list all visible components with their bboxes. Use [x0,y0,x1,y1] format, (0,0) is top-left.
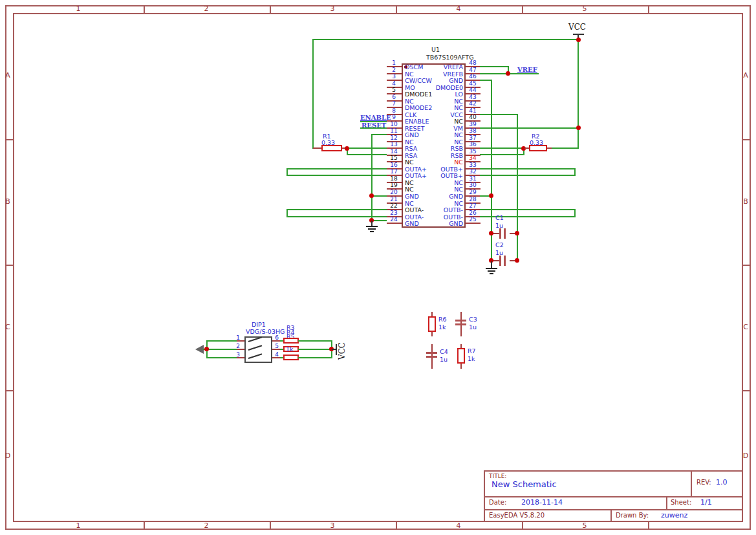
ic-pin-number: 44 [466,87,479,93]
sheet-value[interactable]: 1/1 [700,498,712,507]
wire-gnd20[interactable] [372,195,387,197]
ic-pin-number: 19 [387,182,400,188]
vcc-top-flag[interactable]: VCC [568,23,586,32]
frame-tick [5,390,13,391]
capacitor-c1[interactable] [499,228,501,239]
ic-pin-number: 6 [387,94,400,100]
frame-tick [522,522,523,530]
ic-pin-label: GND [414,221,463,227]
capacitor-c4[interactable] [426,352,437,354]
rev-value[interactable]: 1.0 [716,478,728,486]
gnd-symbol[interactable] [486,268,497,269]
wire-dip-row2-right[interactable] [298,349,332,350]
schematic-title[interactable]: New Schematic [491,480,557,488]
date-value[interactable]: 2018-11-14 [521,498,563,507]
dip-pin-number: 1 [234,334,242,341]
capacitor-c2[interactable] [499,256,501,266]
resistor-r7[interactable] [457,348,465,364]
ic-pin-number: 29 [466,189,479,195]
frame-tick [5,139,13,140]
wire-outb-plus2[interactable] [480,175,576,176]
dip-pin-number: 3 [234,351,242,358]
r2-value[interactable]: 0.33 [530,140,543,146]
software-version: EasyEDA V5.8.20 [489,512,545,519]
capacitor-c2[interactable] [504,256,506,266]
capacitor-c1[interactable] [504,228,506,239]
wire-outa-minus2[interactable] [287,216,387,217]
ic-pin-label: OUTB- [414,214,463,221]
wire-vcc-left-drop[interactable] [312,39,314,149]
r1-value[interactable]: 0.33 [321,140,335,146]
gnd-symbol[interactable] [366,226,378,227]
wire-outa-plus1[interactable] [287,168,387,169]
wire-outa-plus2[interactable] [287,175,387,176]
gnd-symbol [488,270,495,272]
ic-pin-label: VREFA [414,64,463,71]
wire-dip-row3-right[interactable] [298,357,332,358]
r7-value[interactable]: 1k [468,356,475,362]
r4-value[interactable]: 1k [286,346,294,353]
c1-ref[interactable]: C1 [495,215,504,221]
junction-dot [576,126,581,130]
wire-gnd46[interactable] [480,80,491,81]
schematic-canvas[interactable]: 1122334455AABBCCDD VCC R1 0.33 ENABLE RE… [0,0,756,535]
wire-outb-minus1[interactable] [480,209,576,210]
wire-outb-minus2[interactable] [480,216,576,217]
c4-ref[interactable]: C4 [440,349,448,355]
ic-pin-label: NC [414,105,463,111]
frame-tick [743,139,751,140]
c4-value[interactable]: 1u [440,356,448,363]
dip-ref[interactable]: DIP1 [252,322,266,328]
wire-vm39[interactable] [480,127,579,129]
title-block-divider [666,496,667,510]
wire-vcc-right-drop[interactable] [578,39,579,149]
r6-value[interactable]: 1k [438,324,446,331]
wire-gnd11[interactable] [372,134,387,135]
ic-pin-label: RSB [414,146,463,152]
ic-pin-number: 9 [387,114,400,120]
drawn-by-value[interactable]: zuwenz [661,511,687,519]
capacitor-c4[interactable] [426,356,437,358]
wire-r2-out[interactable] [552,147,578,149]
ic-pin-stub[interactable] [466,223,481,224]
ic-pin-number: 27 [466,202,479,209]
wire-gnd24[interactable] [372,220,387,221]
wire-reset[interactable] [360,127,387,129]
vref-net-label[interactable]: VREF [517,66,537,73]
r6-ref[interactable]: R6 [438,316,447,323]
c3-ref[interactable]: C3 [469,316,477,323]
wire-rsa1[interactable] [347,147,387,149]
wire-vrefa[interactable] [480,66,508,67]
ic-pin-number: 13 [387,141,400,147]
r7-ref[interactable]: R7 [468,348,476,355]
ic-pin-stub[interactable] [387,223,402,224]
capacitor-c3[interactable] [455,320,466,322]
c2-ref[interactable]: C2 [495,242,504,248]
wire-outb-plus1[interactable] [480,168,576,169]
wire-gnd-vertical[interactable] [371,134,373,224]
wire-dip-row3-left[interactable] [207,357,237,358]
wire-rsb2[interactable] [480,154,524,155]
frame-row-label: C [739,323,752,331]
wire-vcc-rail[interactable] [312,39,579,40]
wire-rsa2[interactable] [347,154,387,155]
ic-pin-label: GND [414,193,463,200]
capacitor-c3[interactable] [455,323,466,325]
resistor-r6[interactable] [428,316,436,332]
r2-lead [524,147,529,149]
wire-rsb1[interactable] [480,147,524,149]
vcc-dip-flag[interactable]: VCC [338,336,347,360]
ic-pin-label: NC [405,180,414,186]
resistor-r5[interactable] [283,355,299,360]
wire-dip-row1-right[interactable] [298,340,332,342]
junction-dot [345,146,349,151]
wire-dip-row1-left[interactable] [207,340,237,342]
junction-dot [515,258,519,263]
wire-vcc-cap-vertical[interactable] [517,114,518,261]
wire-vcc41[interactable] [480,114,517,115]
resistor-r3[interactable] [283,338,299,344]
wire-outa-minus1[interactable] [287,209,387,210]
c3-value[interactable]: 1u [469,324,477,331]
ic-ref[interactable]: U1 [431,47,440,53]
ic-pin-label: OUTB+ [414,173,463,179]
